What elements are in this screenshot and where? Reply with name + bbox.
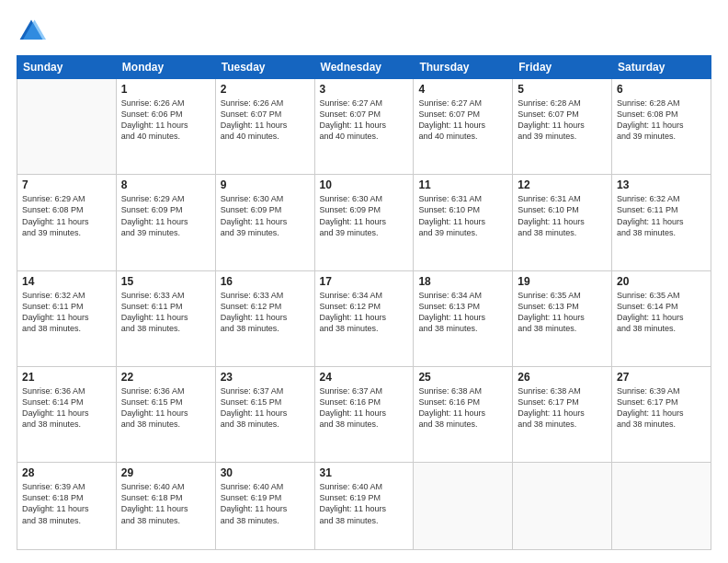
day-info: Sunrise: 6:39 AM Sunset: 6:18 PM Dayligh… <box>22 481 111 526</box>
day-number: 7 <box>22 178 111 191</box>
day-number: 13 <box>617 178 706 191</box>
day-info: Sunrise: 6:36 AM Sunset: 6:15 PM Dayligh… <box>121 385 210 431</box>
day-number: 19 <box>518 275 607 288</box>
calendar-cell: 2Sunrise: 6:26 AM Sunset: 6:07 PM Daylig… <box>215 79 314 175</box>
day-info: Sunrise: 6:27 AM Sunset: 6:07 PM Dayligh… <box>418 98 507 143</box>
header <box>17 17 711 46</box>
day-info: Sunrise: 6:37 AM Sunset: 6:15 PM Dayligh… <box>221 385 310 431</box>
day-info: Sunrise: 6:40 AM Sunset: 6:19 PM Dayligh… <box>221 481 310 526</box>
calendar-header-tuesday: Tuesday <box>215 56 314 79</box>
day-number: 20 <box>617 275 706 288</box>
day-info: Sunrise: 6:30 AM Sunset: 6:09 PM Dayligh… <box>320 193 409 238</box>
calendar-cell: 24Sunrise: 6:37 AM Sunset: 6:16 PM Dayli… <box>314 366 414 462</box>
day-info: Sunrise: 6:32 AM Sunset: 6:11 PM Dayligh… <box>617 193 706 238</box>
calendar-cell: 29Sunrise: 6:40 AM Sunset: 6:18 PM Dayli… <box>116 463 215 550</box>
day-number: 23 <box>221 371 310 384</box>
day-number: 6 <box>617 83 706 96</box>
calendar-cell: 19Sunrise: 6:35 AM Sunset: 6:13 PM Dayli… <box>513 270 612 366</box>
calendar-cell <box>612 463 711 550</box>
day-info: Sunrise: 6:38 AM Sunset: 6:17 PM Dayligh… <box>518 385 607 431</box>
day-number: 1 <box>121 83 210 96</box>
day-info: Sunrise: 6:35 AM Sunset: 6:14 PM Dayligh… <box>617 290 706 335</box>
day-info: Sunrise: 6:29 AM Sunset: 6:08 PM Dayligh… <box>22 193 111 238</box>
day-number: 17 <box>320 275 409 288</box>
day-number: 14 <box>22 275 111 288</box>
day-info: Sunrise: 6:40 AM Sunset: 6:18 PM Dayligh… <box>121 481 210 526</box>
day-info: Sunrise: 6:31 AM Sunset: 6:10 PM Dayligh… <box>518 193 607 238</box>
day-info: Sunrise: 6:34 AM Sunset: 6:13 PM Dayligh… <box>418 290 507 335</box>
calendar-cell: 12Sunrise: 6:31 AM Sunset: 6:10 PM Dayli… <box>513 175 612 270</box>
calendar-cell: 13Sunrise: 6:32 AM Sunset: 6:11 PM Dayli… <box>612 175 711 270</box>
calendar-cell: 20Sunrise: 6:35 AM Sunset: 6:14 PM Dayli… <box>612 270 711 366</box>
calendar-cell: 18Sunrise: 6:34 AM Sunset: 6:13 PM Dayli… <box>414 270 513 366</box>
day-number: 3 <box>320 83 409 96</box>
calendar-cell: 11Sunrise: 6:31 AM Sunset: 6:10 PM Dayli… <box>414 175 513 270</box>
day-info: Sunrise: 6:33 AM Sunset: 6:12 PM Dayligh… <box>221 290 310 335</box>
day-number: 29 <box>121 466 210 479</box>
calendar-cell: 4Sunrise: 6:27 AM Sunset: 6:07 PM Daylig… <box>414 79 513 175</box>
day-number: 11 <box>418 178 507 191</box>
calendar-week-2: 7Sunrise: 6:29 AM Sunset: 6:08 PM Daylig… <box>17 175 711 270</box>
day-number: 25 <box>418 371 507 384</box>
day-info: Sunrise: 6:26 AM Sunset: 6:06 PM Dayligh… <box>121 98 210 143</box>
day-number: 18 <box>418 275 507 288</box>
logo <box>17 17 51 46</box>
day-info: Sunrise: 6:28 AM Sunset: 6:07 PM Dayligh… <box>518 98 607 143</box>
calendar-cell: 3Sunrise: 6:27 AM Sunset: 6:07 PM Daylig… <box>314 79 414 175</box>
day-number: 21 <box>22 371 111 384</box>
page: SundayMondayTuesdayWednesdayThursdayFrid… <box>0 0 728 563</box>
calendar-week-4: 21Sunrise: 6:36 AM Sunset: 6:14 PM Dayli… <box>17 366 711 462</box>
calendar-cell: 6Sunrise: 6:28 AM Sunset: 6:08 PM Daylig… <box>612 79 711 175</box>
day-info: Sunrise: 6:32 AM Sunset: 6:11 PM Dayligh… <box>22 290 111 335</box>
day-number: 22 <box>121 371 210 384</box>
calendar-cell: 10Sunrise: 6:30 AM Sunset: 6:09 PM Dayli… <box>314 175 414 270</box>
calendar-cell: 28Sunrise: 6:39 AM Sunset: 6:18 PM Dayli… <box>17 463 117 550</box>
day-number: 9 <box>221 178 310 191</box>
calendar-cell: 26Sunrise: 6:38 AM Sunset: 6:17 PM Dayli… <box>513 366 612 462</box>
day-number: 4 <box>418 83 507 96</box>
day-number: 16 <box>221 275 310 288</box>
day-info: Sunrise: 6:30 AM Sunset: 6:09 PM Dayligh… <box>221 193 310 238</box>
calendar-cell: 16Sunrise: 6:33 AM Sunset: 6:12 PM Dayli… <box>215 270 314 366</box>
day-number: 30 <box>221 466 310 479</box>
day-number: 10 <box>320 178 409 191</box>
day-number: 27 <box>617 371 706 384</box>
day-number: 15 <box>121 275 210 288</box>
day-info: Sunrise: 6:29 AM Sunset: 6:09 PM Dayligh… <box>121 193 210 238</box>
day-info: Sunrise: 6:33 AM Sunset: 6:11 PM Dayligh… <box>121 290 210 335</box>
day-number: 2 <box>221 83 310 96</box>
day-info: Sunrise: 6:38 AM Sunset: 6:16 PM Dayligh… <box>418 385 507 431</box>
calendar-cell: 17Sunrise: 6:34 AM Sunset: 6:12 PM Dayli… <box>314 270 414 366</box>
calendar-header-friday: Friday <box>513 56 612 79</box>
day-number: 31 <box>320 466 409 479</box>
day-info: Sunrise: 6:37 AM Sunset: 6:16 PM Dayligh… <box>320 385 409 431</box>
day-info: Sunrise: 6:36 AM Sunset: 6:14 PM Dayligh… <box>22 385 111 431</box>
day-info: Sunrise: 6:40 AM Sunset: 6:19 PM Dayligh… <box>320 481 409 526</box>
day-number: 5 <box>518 83 607 96</box>
day-number: 12 <box>518 178 607 191</box>
calendar-week-5: 28Sunrise: 6:39 AM Sunset: 6:18 PM Dayli… <box>17 463 711 550</box>
calendar-cell: 22Sunrise: 6:36 AM Sunset: 6:15 PM Dayli… <box>116 366 215 462</box>
day-info: Sunrise: 6:35 AM Sunset: 6:13 PM Dayligh… <box>518 290 607 335</box>
calendar-cell: 1Sunrise: 6:26 AM Sunset: 6:06 PM Daylig… <box>116 79 215 175</box>
day-info: Sunrise: 6:26 AM Sunset: 6:07 PM Dayligh… <box>221 98 310 143</box>
calendar-cell: 31Sunrise: 6:40 AM Sunset: 6:19 PM Dayli… <box>314 463 414 550</box>
calendar-week-3: 14Sunrise: 6:32 AM Sunset: 6:11 PM Dayli… <box>17 270 711 366</box>
calendar-cell: 30Sunrise: 6:40 AM Sunset: 6:19 PM Dayli… <box>215 463 314 550</box>
calendar-week-1: 1Sunrise: 6:26 AM Sunset: 6:06 PM Daylig… <box>17 79 711 175</box>
day-info: Sunrise: 6:31 AM Sunset: 6:10 PM Dayligh… <box>418 193 507 238</box>
logo-icon <box>17 17 46 46</box>
day-info: Sunrise: 6:39 AM Sunset: 6:17 PM Dayligh… <box>617 385 706 431</box>
calendar-cell: 7Sunrise: 6:29 AM Sunset: 6:08 PM Daylig… <box>17 175 117 270</box>
day-number: 28 <box>22 466 111 479</box>
calendar-header-row: SundayMondayTuesdayWednesdayThursdayFrid… <box>17 56 711 79</box>
calendar-cell: 14Sunrise: 6:32 AM Sunset: 6:11 PM Dayli… <box>17 270 117 366</box>
day-number: 8 <box>121 178 210 191</box>
calendar-cell <box>17 79 117 175</box>
calendar-cell: 27Sunrise: 6:39 AM Sunset: 6:17 PM Dayli… <box>612 366 711 462</box>
calendar-table: SundayMondayTuesdayWednesdayThursdayFrid… <box>17 55 711 550</box>
calendar-cell: 21Sunrise: 6:36 AM Sunset: 6:14 PM Dayli… <box>17 366 117 462</box>
calendar-cell <box>414 463 513 550</box>
calendar-header-thursday: Thursday <box>414 56 513 79</box>
calendar-cell <box>513 463 612 550</box>
